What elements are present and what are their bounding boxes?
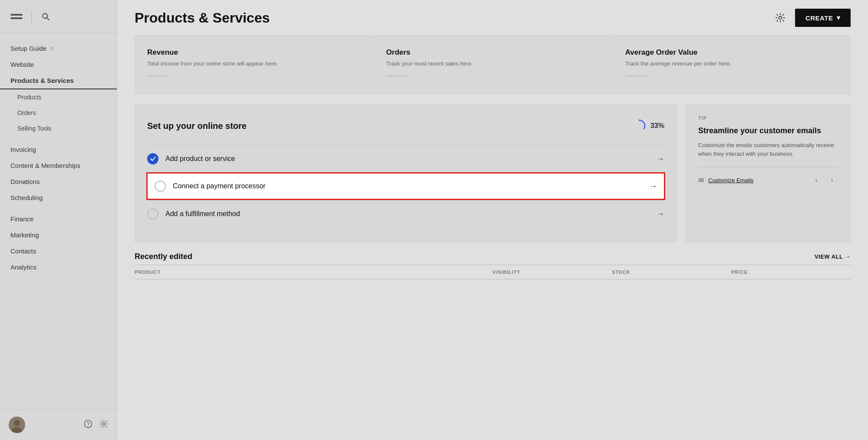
- avatar[interactable]: [9, 417, 25, 433]
- main-header: Products & Services CREATE ▾: [117, 0, 868, 36]
- recently-edited-section: Recently edited VIEW ALL → PRODUCTVISIBI…: [135, 252, 851, 279]
- check-circle-add-product: [147, 153, 158, 164]
- sidebar-item-label: Website: [10, 61, 34, 68]
- tip-nav: ‹ ›: [810, 174, 838, 186]
- table-header: PRODUCTVISIBILITYSTOCKPRICE: [135, 265, 851, 279]
- sidebar-item-icon: ⊙: [50, 46, 54, 52]
- table-col-stock: STOCK: [612, 269, 731, 275]
- sidebar-item-label: Finance: [10, 215, 33, 223]
- settings-icon[interactable]: [99, 420, 108, 430]
- header-right: CREATE ▾: [772, 9, 851, 27]
- sidebar-item-contacts[interactable]: Contacts: [0, 243, 117, 259]
- main-content: Products & Services CREATE ▾ Revenue Tot…: [117, 0, 868, 440]
- page-title: Products & Services: [135, 10, 270, 26]
- search-icon[interactable]: [39, 10, 53, 23]
- svg-point-9: [102, 423, 105, 425]
- progress-circle: [632, 119, 646, 133]
- sidebar-item-invoicing[interactable]: Invoicing: [0, 141, 117, 158]
- checklist: Add product or service→Connect a payment…: [147, 145, 664, 227]
- stat-title: Average Order Value: [625, 48, 838, 57]
- svg-point-10: [779, 16, 782, 20]
- checklist-arrow-payment-processor: →: [649, 182, 657, 191]
- stat-card-0: Revenue Total income from your online st…: [135, 36, 373, 94]
- chevron-down-icon: ▾: [837, 14, 841, 22]
- sidebar-item-label: Products & Services: [10, 77, 74, 84]
- tip-action: ✉ Customize Emails ‹ ›: [698, 174, 838, 186]
- check-circle-payment-processor: [155, 181, 166, 192]
- stats-row: Revenue Total income from your online st…: [135, 36, 851, 94]
- sidebar-item-scheduling[interactable]: Scheduling: [0, 190, 117, 206]
- tip-title: Streamline your customer emails: [698, 126, 838, 136]
- svg-rect-1: [10, 17, 23, 19]
- stat-line: [625, 76, 647, 76]
- sidebar-item-analytics[interactable]: Analytics: [0, 259, 117, 275]
- sidebar-item-marketing[interactable]: Marketing: [0, 227, 117, 243]
- stat-line: [386, 76, 408, 76]
- svg-line-3: [47, 18, 50, 20]
- sidebar-item-label: Selling Tools: [17, 125, 51, 132]
- tip-label: TIP: [698, 115, 838, 121]
- tip-divider: [698, 167, 838, 167]
- sidebar-item-orders[interactable]: Orders: [0, 105, 117, 121]
- settings-gear-icon[interactable]: [772, 10, 788, 26]
- sidebar-item-donations[interactable]: Donations: [0, 174, 117, 190]
- stat-title: Orders: [386, 48, 599, 57]
- sidebar-item-label: Invoicing: [10, 146, 36, 153]
- recently-edited-header: Recently edited VIEW ALL →: [135, 252, 851, 261]
- stat-desc: Total income from your online store will…: [147, 60, 360, 67]
- table-col-visibility: VISIBILITY: [493, 269, 612, 275]
- email-icon: ✉: [698, 176, 704, 184]
- customize-emails-link[interactable]: Customize Emails: [708, 177, 753, 184]
- sidebar-item-products[interactable]: Products: [0, 89, 117, 105]
- create-button[interactable]: CREATE ▾: [795, 9, 851, 27]
- svg-rect-0: [10, 14, 23, 16]
- sidebar-item-label: Scheduling: [10, 194, 43, 201]
- sidebar-item-label: Orders: [17, 109, 36, 116]
- checklist-arrow-add-product: →: [657, 154, 664, 164]
- checklist-label-payment-processor: Connect a payment processor: [173, 182, 642, 190]
- setup-title: Set up your online store: [147, 121, 247, 131]
- table-col-product: PRODUCT: [135, 269, 493, 275]
- sidebar-item-label: Donations: [10, 178, 40, 185]
- checklist-item-fulfillment[interactable]: Add a fulfillment method→: [147, 200, 664, 227]
- sidebar-item-website[interactable]: Website: [0, 56, 117, 72]
- sidebar-top: [0, 0, 117, 33]
- setup-header: Set up your online store 33%: [147, 119, 664, 133]
- sidebar-item-label: Analytics: [10, 263, 36, 271]
- sidebar-item-setup-guide[interactable]: Setup Guide⊙: [0, 40, 117, 56]
- sidebar-item-finance[interactable]: Finance: [0, 211, 117, 227]
- stat-desc: Track the average revenue per order here…: [625, 60, 838, 67]
- checklist-item-add-product[interactable]: Add product or service→: [147, 145, 664, 172]
- svg-text:?: ?: [87, 421, 90, 427]
- sidebar-item-content-memberships[interactable]: Content & Memberships: [0, 158, 117, 174]
- table-col-price: PRICE: [731, 269, 851, 275]
- tip-next-button[interactable]: ›: [826, 174, 838, 186]
- tip-card: TIP Streamline your customer emails Cust…: [686, 105, 851, 242]
- checklist-arrow-fulfillment: →: [657, 210, 664, 219]
- checklist-item-payment-processor[interactable]: Connect a payment processor→: [146, 172, 665, 200]
- sidebar-item-products-services[interactable]: Products & Services: [0, 72, 117, 89]
- recently-edited-title: Recently edited: [135, 252, 192, 261]
- tip-prev-button[interactable]: ‹: [810, 174, 822, 186]
- sidebar-vertical-divider: [31, 10, 32, 23]
- sidebar-bottom-icons: ?: [84, 420, 108, 430]
- svg-point-5: [14, 420, 20, 426]
- progress-wrap: 33%: [632, 119, 664, 133]
- help-icon[interactable]: ?: [84, 420, 92, 430]
- sidebar-item-label: Products: [17, 94, 41, 101]
- sidebar-item-label: Content & Memberships: [10, 162, 80, 169]
- checklist-label-fulfillment: Add a fulfillment method: [165, 210, 650, 218]
- sidebar-item-label: Marketing: [10, 231, 39, 239]
- stat-card-2: Average Order Value Track the average re…: [613, 36, 851, 94]
- sidebar-item-selling-tools[interactable]: Selling Tools: [0, 121, 117, 136]
- sidebar-item-label: Setup Guide: [10, 45, 46, 52]
- squarespace-logo[interactable]: [9, 9, 24, 24]
- checklist-label-add-product: Add product or service: [165, 155, 650, 163]
- content-and-tip: Set up your online store 33% Add product…: [135, 105, 851, 242]
- sidebar-nav: Setup Guide⊙WebsiteProducts & ServicesPr…: [0, 33, 117, 409]
- stat-desc: Track your most recent sales here.: [386, 60, 599, 67]
- check-circle-fulfillment: [147, 208, 158, 220]
- setup-card: Set up your online store 33% Add product…: [135, 105, 677, 242]
- view-all-link[interactable]: VIEW ALL →: [815, 253, 851, 260]
- arrow-right-icon: →: [845, 253, 851, 260]
